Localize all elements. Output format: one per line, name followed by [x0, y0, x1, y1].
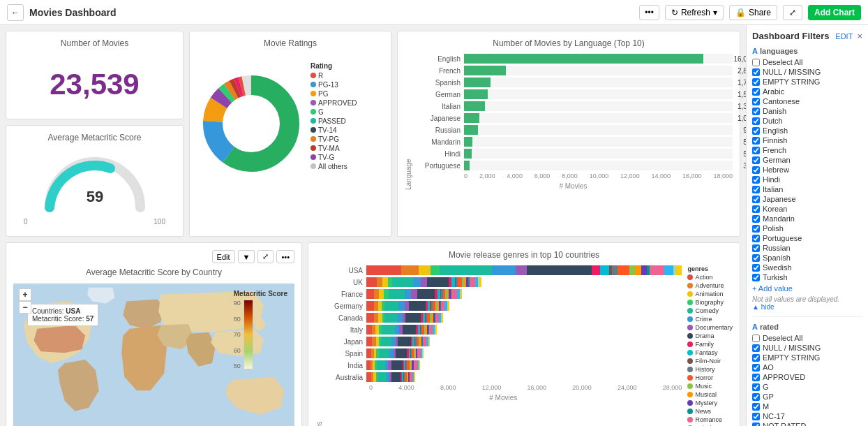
language-filter-checkbox[interactable] — [752, 274, 760, 281]
genre-segment — [419, 265, 431, 275]
rated-filter-label: G — [763, 383, 769, 391]
language-filter-checkbox[interactable] — [752, 244, 760, 252]
language-filter-item[interactable]: EMPTY STRING — [752, 78, 862, 86]
language-filter-item[interactable]: Korean — [752, 205, 862, 213]
language-filter-checkbox[interactable] — [752, 68, 760, 76]
hide-link[interactable]: ▲ hide — [752, 303, 862, 311]
rated-filter-checkbox[interactable] — [752, 364, 760, 372]
language-filter-item[interactable]: Spanish — [752, 254, 862, 262]
add-language-value[interactable]: + Add value — [752, 284, 862, 293]
expand-button[interactable]: ⤢ — [783, 5, 802, 20]
language-filter-label: Cantonese — [763, 97, 800, 105]
rated-filter-checkbox[interactable] — [752, 374, 760, 381]
legend-tvg: TV-G — [310, 154, 357, 161]
language-filter-checkbox[interactable] — [752, 108, 760, 115]
language-filter-item[interactable]: Hebrew — [752, 166, 862, 174]
language-filter-checkbox[interactable] — [752, 225, 760, 233]
language-filter-item[interactable]: Swedish — [752, 263, 862, 272]
refresh-button[interactable]: ↻ Refresh ▾ — [665, 5, 724, 20]
language-filter-checkbox[interactable] — [752, 186, 760, 193]
legend-tvma: TV-MA — [310, 145, 357, 152]
language-filter-item[interactable]: French — [752, 146, 862, 154]
rated-filter-checkbox[interactable] — [752, 383, 760, 391]
rated-filter-checkbox[interactable] — [752, 403, 760, 411]
genre-segment — [461, 289, 463, 299]
language-filter-item[interactable]: Japanese — [752, 195, 862, 203]
rated-filter-item[interactable]: M — [752, 402, 862, 411]
language-filter-checkbox[interactable] — [752, 196, 760, 203]
language-filter-checkbox[interactable] — [752, 98, 760, 105]
share-button[interactable]: 🔒 Share — [729, 5, 777, 20]
rated-filter-item[interactable]: NULL / MISSING — [752, 344, 862, 352]
map-more-button[interactable]: ••• — [276, 250, 294, 263]
language-filter-item[interactable]: Danish — [752, 107, 862, 115]
language-filter-item[interactable]: NULL / MISSING — [752, 68, 862, 76]
map-filter-button[interactable]: ▼ — [238, 250, 255, 263]
sidebar-close-button[interactable]: × — [857, 31, 862, 41]
rated-filter-item[interactable]: EMPTY STRING — [752, 353, 862, 362]
rated-filter-checkbox[interactable] — [752, 335, 760, 342]
genre-legend-item: Musical — [687, 391, 733, 398]
language-filter-checkbox[interactable] — [752, 264, 760, 272]
map-edit-button[interactable]: Edit — [212, 250, 235, 263]
language-filter-checkbox[interactable] — [752, 147, 760, 154]
genres-x-tick: 28,000 — [663, 384, 682, 391]
avg-metacritic-card: Average Metacritic Score 59 0 100 — [6, 125, 184, 237]
language-filter-item[interactable]: Finnish — [752, 136, 862, 145]
language-filter-checkbox[interactable] — [752, 166, 760, 174]
sidebar-edit-button[interactable]: EDIT — [835, 32, 853, 41]
rated-filter-item[interactable]: NOT RATED — [752, 422, 862, 426]
language-filter-checkbox[interactable] — [752, 156, 760, 164]
back-button[interactable]: ← — [7, 4, 24, 21]
rated-filter-checkbox[interactable] — [752, 354, 760, 362]
language-bar-fill — [464, 137, 472, 147]
rated-filter-item[interactable]: NC-17 — [752, 412, 862, 420]
language-filter-checkbox[interactable] — [752, 254, 760, 262]
top-row: Number of Movies 23,539 Average Metacrit… — [6, 31, 740, 237]
rated-filter-checkbox[interactable] — [752, 393, 760, 401]
language-filter-item[interactable]: Russian — [752, 244, 862, 252]
map-expand-button[interactable]: ⤢ — [257, 250, 274, 263]
language-filter-checkbox[interactable] — [752, 215, 760, 223]
language-filter-checkbox[interactable] — [752, 137, 760, 145]
rated-filter-checkbox[interactable] — [752, 344, 760, 352]
language-filter-item[interactable]: Cantonese — [752, 97, 862, 105]
language-filter-checkbox[interactable] — [752, 88, 760, 96]
genre-legend-item: Family — [687, 341, 733, 348]
language-bar-label: English — [414, 55, 464, 63]
rated-filter-item[interactable]: Deselect All — [752, 334, 862, 342]
metacritic-map-card: Edit ▼ ⤢ ••• Average Metacritic Score by… — [6, 242, 302, 426]
rated-filter-item[interactable]: AO — [752, 363, 862, 372]
language-filter-checkbox[interactable] — [752, 59, 760, 66]
zoom-out-button[interactable]: − — [19, 301, 31, 314]
rated-filter-item[interactable]: APPROVED — [752, 373, 862, 381]
language-filter-item[interactable]: German — [752, 156, 862, 164]
rated-filter-item[interactable]: GP — [752, 392, 862, 401]
language-filter-checkbox[interactable] — [752, 117, 760, 125]
language-filter-item[interactable]: Arabic — [752, 87, 862, 96]
language-filter-item[interactable]: Deselect All — [752, 58, 862, 66]
genre-legend-item: Crime — [687, 316, 733, 323]
language-filter-item[interactable]: Italian — [752, 185, 862, 193]
rated-filter-checkbox[interactable] — [752, 413, 760, 420]
more-options-button[interactable]: ••• — [639, 5, 659, 20]
zoom-in-button[interactable]: + — [19, 288, 31, 301]
language-bar-label: Spanish — [414, 79, 464, 87]
language-filter-checkbox[interactable] — [752, 205, 760, 213]
language-filter-item[interactable]: Dutch — [752, 117, 862, 125]
language-filter-checkbox[interactable] — [752, 176, 760, 184]
language-filter-checkbox[interactable] — [752, 78, 760, 86]
language-filter-item[interactable]: Turkish — [752, 273, 862, 281]
rated-filter-item[interactable]: G — [752, 383, 862, 391]
add-chart-button[interactable]: Add Chart — [808, 5, 861, 20]
language-filter-label: Hebrew — [763, 166, 789, 174]
language-filter-checkbox[interactable] — [752, 235, 760, 242]
rated-filter-checkbox[interactable] — [752, 423, 760, 427]
language-filter-item[interactable]: Polish — [752, 224, 862, 233]
language-filter-item[interactable]: Mandarin — [752, 214, 862, 223]
language-bar-value: 1,787 — [738, 78, 746, 87]
language-filter-item[interactable]: English — [752, 126, 862, 135]
language-filter-item[interactable]: Hindi — [752, 175, 862, 184]
language-filter-item[interactable]: Portuguese — [752, 234, 862, 242]
language-filter-checkbox[interactable] — [752, 127, 760, 135]
